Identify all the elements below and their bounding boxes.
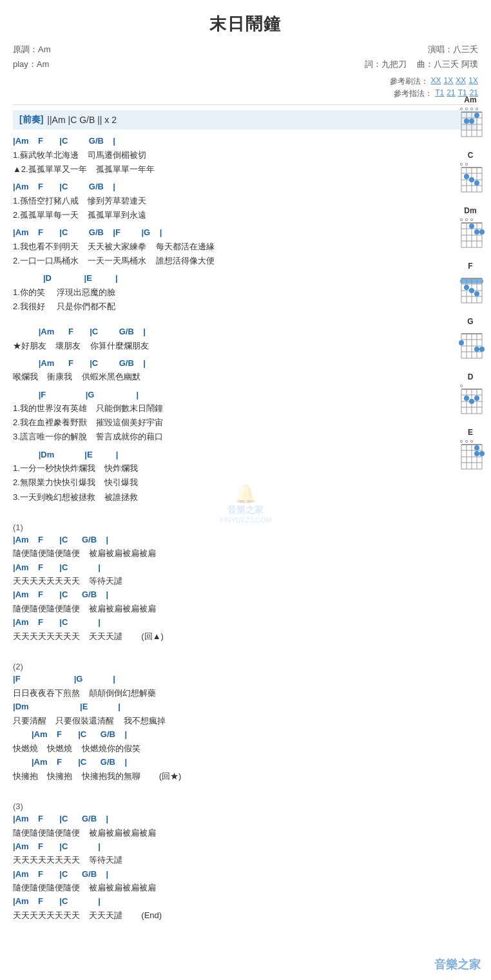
strum-link-4[interactable]: 1X (468, 76, 478, 87)
strum-ref: 參考刷法： XX 1X XX 1X (13, 76, 478, 87)
chord-diagram-Dm: Dm o o o (456, 206, 485, 250)
fingering-link-1[interactable]: T1 (435, 88, 444, 99)
svg-point-102 (474, 445, 479, 450)
part-3-label: (3) (13, 802, 439, 811)
section-4: |D |E | 1.你的笑 浮現出惡魔的臉 2.我很好 只是你們都不配 (13, 272, 439, 314)
chord-diagram-D: D o (456, 372, 485, 416)
page-title: 末日鬧鐘 (13, 13, 478, 35)
lyric-6-1: 喉爛我 衝康我 供蝦米黑色幽默 (13, 370, 439, 384)
lyric-1-2: ▲2.孤孤單單又一年 孤孤單單一年年 (13, 162, 439, 177)
svg-rect-58 (460, 279, 483, 283)
lyric-7-2: 2.我在血裡豢養野獸 摧毀這個美好宇宙 (13, 416, 439, 430)
lyric-5-1: ★好朋友 壞朋友 你算什麼爛朋友 (13, 339, 439, 353)
lyric-4-1: 1.你的笑 浮現出惡魔的臉 (13, 285, 439, 300)
svg-text:o: o (460, 383, 463, 388)
svg-point-87 (474, 396, 479, 401)
section-7: |F |G | 1.我的世界沒有英雄 只能倒數末日鬧鐘 2.我在血裡豢養野獸 摧… (13, 389, 439, 445)
chord-line-6: |Am F |C G/B | (13, 357, 439, 370)
section-6: |Am F |C G/B | 喉爛我 衝康我 供蝦米黑色幽默 (13, 357, 439, 385)
part-2: (2) |F |G | 日日夜夜吞下煎熬 顛顛倒倒幻想解藥 |Dm |E | 只… (13, 662, 439, 783)
chord-line-8: |Dm |E | (13, 448, 439, 462)
svg-point-14 (464, 119, 469, 124)
svg-point-60 (469, 288, 474, 293)
chord-line-2: |Am F |C G/B | (13, 180, 439, 194)
chord-line-4: |D |E | (13, 272, 439, 285)
chord-line-7: |F |G | (13, 389, 439, 402)
svg-point-86 (464, 396, 469, 401)
svg-point-74 (474, 347, 479, 352)
singer-info: 演唱：八三夭 (365, 42, 478, 57)
chord-diagram-E: E o o o (456, 428, 485, 472)
lyric-3-1: 1.我也看不到明天 天天被大家練拳 每天都活在邊緣 (13, 240, 439, 254)
svg-point-72 (459, 340, 464, 345)
section-1: |Am F |C G/B | 1.蘇武牧羊北海邊 司馬遷倒楣被切 ▲2.孤孤單單… (13, 135, 439, 177)
svg-point-30 (474, 180, 479, 186)
intro-bar: [前奏] ||Am |C G/B || x 2 (13, 110, 478, 130)
chord-diagram-Am: Am o o o o (456, 95, 485, 139)
svg-text:o: o (465, 106, 468, 111)
svg-text:o: o (465, 217, 468, 222)
svg-point-59 (464, 285, 469, 290)
svg-text:o: o (476, 106, 478, 111)
part-2-label: (2) (13, 662, 439, 671)
svg-point-31 (469, 177, 474, 182)
lyric-8-3: 3.一天到晚幻想被拯救 被誰拯救 (13, 490, 439, 504)
meta-left: 原調：Am play：Am (13, 42, 51, 72)
lyric-1-1: 1.蘇武牧羊北海邊 司馬遷倒楣被切 (13, 148, 439, 162)
key-info: 原調：Am (13, 42, 51, 57)
part-3: (3) |Am F |C G/B | 隨便隨便隨便隨便 被扁被扁被扁被扁 |Am… (13, 802, 439, 923)
svg-point-16 (474, 113, 479, 118)
fingering-label: 參考指法： (394, 88, 432, 99)
meta-section: 原調：Am play：Am 演唱：八三夭 詞：九把刀 曲：八三夭 阿璞 (13, 42, 478, 72)
fingering-ref: 參考指法： T1 21 T1 21 (13, 88, 478, 99)
strum-label: 參考刷法： (390, 76, 428, 87)
svg-text:o: o (470, 217, 473, 222)
svg-text:o: o (460, 439, 463, 443)
svg-point-29 (464, 174, 469, 179)
part-1-label: (1) (13, 523, 439, 532)
svg-point-61 (474, 291, 479, 296)
lyric-7-1: 1.我的世界沒有英雄 只能倒數末日鬧鐘 (13, 401, 439, 416)
svg-point-15 (469, 119, 474, 124)
lyric-3-2: 2.一口一口馬桶水 一天一天馬桶水 誰想活得像大便 (13, 254, 439, 268)
chord-diagram-G: G (456, 317, 485, 361)
svg-point-46 (479, 229, 485, 235)
section-8: |Dm |E | 1.一分一秒快快炸爛我 快炸爛我 2.無限業力快快引爆我 快引… (13, 448, 439, 504)
chord-line-3: |Am F |C G/B |F |G | (13, 226, 439, 240)
strum-link-2[interactable]: 1X (444, 76, 454, 87)
svg-text:o: o (470, 106, 473, 111)
svg-text:o: o (460, 162, 463, 166)
bottom-logo: 音樂之家 (434, 957, 481, 972)
svg-text:o: o (460, 106, 463, 111)
lyric-4-2: 2.我很好 只是你們都不配 (13, 300, 439, 314)
chord-diagrams-panel: Am o o o o (456, 95, 485, 472)
svg-point-88 (469, 399, 474, 404)
chord-line-1: |Am F |C G/B | (13, 135, 439, 148)
svg-point-47 (469, 224, 474, 229)
part-1: (1) |Am F |C G/B | 隨便隨便隨便隨便 被扁被扁被扁被扁 |Am… (13, 523, 439, 644)
intro-label: [前奏] (19, 114, 43, 126)
svg-text:o: o (465, 439, 468, 443)
svg-point-73 (479, 347, 485, 352)
strum-link-1[interactable]: XX (431, 76, 441, 87)
play-info: play：Am (13, 57, 51, 72)
lyricist-composer: 詞：九把刀 曲：八三夭 阿璞 (365, 57, 478, 72)
svg-point-45 (474, 229, 479, 235)
chord-diagram-C: C o o (456, 151, 485, 195)
strum-link-3[interactable]: XX (456, 76, 466, 87)
chord-line-5: |Am F |C G/B | (13, 325, 439, 339)
intro-content: ||Am |C G/B || x 2 (47, 115, 117, 125)
lyric-2-2: 2.孤孤單單每一天 孤孤單單到永遠 (13, 208, 439, 222)
svg-text:o: o (470, 439, 473, 443)
svg-point-103 (479, 451, 485, 456)
lyric-8-2: 2.無限業力快快引爆我 快引爆我 (13, 476, 439, 490)
section-5: |Am F |C G/B | ★好朋友 壞朋友 你算什麼爛朋友 (13, 325, 439, 353)
meta-right: 演唱：八三夭 詞：九把刀 曲：八三夭 阿璞 (365, 42, 478, 72)
lyric-7-3: 3.謊言唯一你的解脫 誓言成就你的藉口 (13, 430, 439, 444)
main-content: |Am F |C G/B | 1.蘇武牧羊北海邊 司馬遷倒楣被切 ▲2.孤孤單單… (13, 135, 478, 927)
section-2: |Am F |C G/B | 1.孫悟空打豬八戒 慘到芳草碧連天 2.孤孤單單每… (13, 180, 439, 222)
lyric-8-1: 1.一分一秒快快炸爛我 快炸爛我 (13, 461, 439, 476)
chord-diagram-F: F (456, 262, 485, 305)
fingering-link-2[interactable]: 21 (447, 88, 455, 99)
svg-text:o: o (460, 217, 463, 222)
